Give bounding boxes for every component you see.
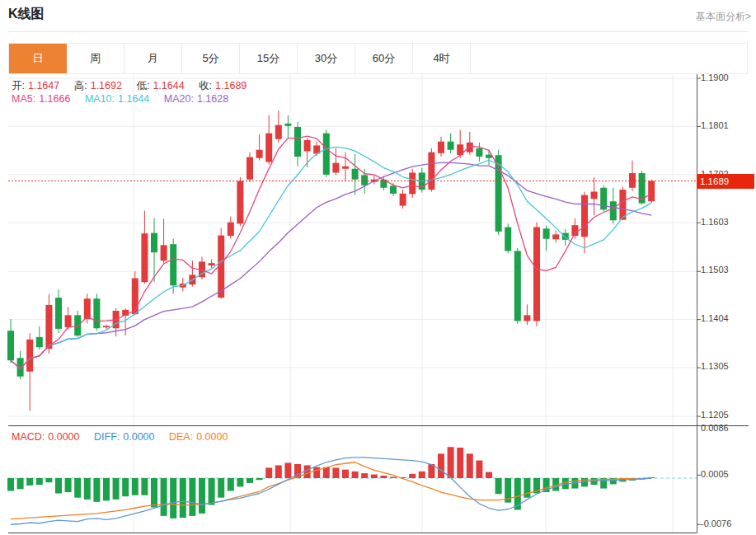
close-value: 1.1689 bbox=[215, 80, 247, 92]
macd-legend: MACD:0.0000 DIFF:0.0000 DEA:0.0000 bbox=[12, 431, 239, 443]
macd-label: MACD: bbox=[12, 431, 45, 443]
tab-4hour[interactable]: 4时 bbox=[413, 44, 471, 73]
tabbar-filler bbox=[471, 44, 747, 73]
tab-60min[interactable]: 60分 bbox=[355, 44, 413, 73]
ma10-value: 1.1644 bbox=[118, 93, 149, 105]
ma10-label: MA10: bbox=[85, 93, 115, 105]
macd-tick: -0.0076 bbox=[701, 519, 731, 528]
low-value: 1.1644 bbox=[153, 80, 184, 92]
tab-day[interactable]: 日 bbox=[9, 44, 67, 73]
ma5-label: MA5: bbox=[12, 93, 35, 105]
open-value: 1.1647 bbox=[28, 80, 59, 92]
low-label: 低: bbox=[136, 80, 149, 92]
price-tick: 1.1205 bbox=[701, 410, 729, 420]
ma20-value: 1.1628 bbox=[197, 93, 228, 105]
ma-legend: MA5:1.1666 MA10:1.1644 MA20:1.1628 bbox=[12, 93, 240, 105]
ma20-label: MA20: bbox=[164, 93, 194, 105]
tab-15min[interactable]: 15分 bbox=[240, 44, 298, 73]
period-tabbar: 日 周 月 5分 15分 30分 60分 4时 bbox=[8, 43, 748, 74]
macd-value: 0.0000 bbox=[48, 431, 79, 443]
open-label: 开: bbox=[12, 80, 25, 92]
diff-value: 0.0000 bbox=[123, 431, 154, 443]
macd-tick: 0.0005 bbox=[701, 469, 729, 479]
price-tick: 1.1801 bbox=[701, 120, 729, 130]
diff-label: DIFF: bbox=[94, 431, 120, 443]
price-tick: 1.1404 bbox=[701, 313, 729, 323]
dea-label: DEA: bbox=[169, 431, 193, 443]
price-tick: 1.1305 bbox=[701, 361, 729, 371]
title-divider bbox=[8, 31, 748, 32]
close-label: 收: bbox=[199, 80, 212, 92]
page-title: K线图 bbox=[8, 6, 45, 23]
dea-value: 0.0000 bbox=[196, 431, 228, 443]
price-tick: 1.1503 bbox=[701, 265, 729, 275]
ohlc-legend: 开:1.1647 高:1.1692 低:1.1644 收:1.1689 bbox=[12, 79, 258, 93]
high-value: 1.1692 bbox=[91, 80, 122, 92]
price-tick: 1.1900 bbox=[701, 73, 729, 82]
tab-5min[interactable]: 5分 bbox=[182, 44, 240, 73]
fundamental-analysis-link[interactable]: 基本面分析> bbox=[696, 10, 751, 24]
tab-30min[interactable]: 30分 bbox=[298, 44, 355, 73]
kline-app: K线图 基本面分析> 日 周 月 5分 15分 30分 60分 4时 开:1.1… bbox=[0, 0, 756, 535]
tab-month[interactable]: 月 bbox=[124, 44, 182, 73]
current-price-badge: 1.1689 bbox=[697, 174, 754, 189]
chart-plot-area[interactable] bbox=[8, 74, 697, 533]
tab-week[interactable]: 周 bbox=[67, 44, 124, 73]
macd-tick: 0.0086 bbox=[701, 423, 729, 433]
high-label: 高: bbox=[74, 80, 87, 92]
price-tick: 1.1603 bbox=[701, 217, 729, 227]
ma5-value: 1.1666 bbox=[39, 93, 70, 105]
